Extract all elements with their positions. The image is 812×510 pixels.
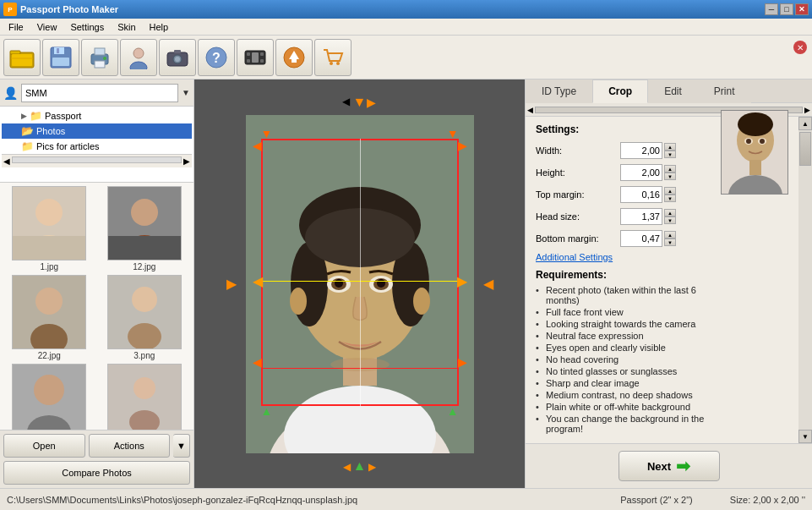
req-item: Eyes open and clearly visible bbox=[536, 342, 706, 354]
folder-articles-icon: 📁 bbox=[21, 140, 34, 152]
svg-point-32 bbox=[35, 199, 63, 226]
handle-bot-left-h-icon[interactable]: ▲ bbox=[261, 404, 273, 418]
person-btn[interactable] bbox=[120, 39, 157, 76]
arrow-right-icon: ◀ bbox=[483, 277, 493, 291]
list-item[interactable]: 54.jpg bbox=[99, 364, 191, 430]
camera-icon bbox=[166, 46, 189, 69]
camera-btn[interactable] bbox=[159, 39, 196, 76]
requirements-title: Requirements: bbox=[536, 269, 706, 281]
head-size-input[interactable] bbox=[620, 208, 662, 225]
dropdown-arrow-icon[interactable]: ▼ bbox=[182, 88, 190, 97]
save-btn[interactable] bbox=[42, 39, 79, 76]
compare-photos-button[interactable]: Compare Photos bbox=[3, 461, 190, 485]
scroll-down-btn[interactable]: ▼ bbox=[798, 430, 812, 443]
width-input[interactable] bbox=[620, 142, 662, 159]
svg-rect-22 bbox=[247, 59, 250, 63]
handle-mid-left-icon[interactable]: ◀ bbox=[253, 272, 263, 288]
list-item[interactable]: 12.jpg bbox=[99, 186, 191, 271]
height-input[interactable] bbox=[620, 164, 662, 181]
bottom-margin-up-btn[interactable]: ▲ bbox=[664, 231, 676, 239]
handle-bot-right-icon[interactable]: ▶ bbox=[458, 355, 467, 369]
close-button[interactable]: ✕ bbox=[795, 3, 809, 15]
svg-point-13 bbox=[130, 62, 147, 69]
next-button[interactable]: Next ➡ bbox=[619, 451, 720, 481]
svg-text:?: ? bbox=[212, 51, 221, 65]
status-path: C:\Users\SMM\Documents\Links\Photos\jose… bbox=[7, 495, 592, 505]
film-btn[interactable] bbox=[237, 39, 274, 76]
upload-btn[interactable] bbox=[275, 39, 313, 76]
handle-mid-right-icon[interactable]: ▶ bbox=[457, 272, 467, 288]
svg-point-36 bbox=[131, 199, 158, 226]
scroll-right-icon[interactable]: ▶ bbox=[804, 106, 810, 114]
actions-button[interactable]: Actions bbox=[89, 434, 171, 458]
head-size-up-btn[interactable]: ▲ bbox=[664, 209, 676, 217]
top-margin-down-btn[interactable]: ▼ bbox=[664, 195, 676, 202]
list-item[interactable]: 4.jpg bbox=[3, 364, 95, 430]
handle-top-left-h-icon[interactable]: ▼ bbox=[261, 127, 273, 140]
folder-dropdown[interactable]: SMM bbox=[21, 84, 178, 102]
thumbnail-grid: 1.jpg 12.jpg bbox=[0, 183, 193, 430]
list-item[interactable]: 3.png bbox=[99, 275, 191, 360]
tab-crop[interactable]: Crop bbox=[592, 80, 648, 103]
menu-file[interactable]: File bbox=[2, 20, 30, 34]
svg-rect-73 bbox=[749, 160, 761, 175]
tree-scroll-right[interactable]: ▶ bbox=[183, 156, 190, 166]
bottom-margin-down-btn[interactable]: ▼ bbox=[664, 239, 676, 246]
scroll-left-icon[interactable]: ◀ bbox=[527, 106, 533, 114]
req-item: No head covering bbox=[536, 354, 706, 365]
list-item[interactable]: 1.jpg bbox=[3, 186, 95, 271]
bottom-margin-input[interactable] bbox=[620, 230, 662, 247]
handle-bot-right-h-icon[interactable]: ▲ bbox=[447, 404, 459, 418]
thumbnail-image bbox=[12, 364, 86, 430]
head-size-label: Head size: bbox=[536, 211, 620, 222]
additional-settings-link[interactable]: Additional Settings bbox=[536, 252, 706, 262]
minimize-button[interactable]: ─ bbox=[765, 3, 778, 15]
tree-item-photos[interactable]: 📂 Photos bbox=[2, 123, 192, 139]
cart-btn[interactable] bbox=[314, 39, 352, 76]
tab-edit[interactable]: Edit bbox=[648, 80, 698, 103]
svg-point-43 bbox=[132, 287, 157, 312]
help-btn[interactable]: ? bbox=[198, 39, 235, 76]
title-bar: P Passport Photo Maker ─ □ ✕ bbox=[0, 0, 812, 19]
scroll-thumb[interactable] bbox=[799, 132, 811, 166]
tab-print[interactable]: Print bbox=[698, 80, 751, 103]
width-down-btn[interactable]: ▼ bbox=[664, 151, 676, 158]
height-spinner: ▲ ▼ bbox=[664, 165, 676, 180]
tree-item-passport[interactable]: ▶ 📁 Passport bbox=[2, 108, 192, 123]
top-margin-row: Top margin: ▲ ▼ bbox=[536, 186, 706, 203]
width-up-btn[interactable]: ▲ bbox=[664, 143, 676, 151]
menu-help[interactable]: Help bbox=[143, 20, 176, 34]
handle-top-left-icon[interactable]: ◀ bbox=[253, 139, 262, 152]
right-scrollbar: ▲ ▼ bbox=[798, 117, 812, 443]
svg-point-46 bbox=[34, 375, 64, 405]
folder-bar: 👤 SMM ▼ bbox=[0, 80, 193, 107]
menu-settings[interactable]: Settings bbox=[63, 20, 111, 34]
next-arrow-icon: ➡ bbox=[676, 456, 690, 476]
print-btn[interactable] bbox=[81, 39, 118, 76]
tree-scroll-left[interactable]: ◀ bbox=[3, 156, 10, 166]
top-margin-up-btn[interactable]: ▲ bbox=[664, 187, 676, 195]
arrow-top-icon: ▼ bbox=[353, 96, 367, 109]
handle-bot-left-icon[interactable]: ◀ bbox=[253, 355, 262, 369]
left-panel: 👤 SMM ▼ ▶ 📁 Passport 📂 Photos 📁 Pi bbox=[0, 80, 194, 488]
maximize-button[interactable]: □ bbox=[780, 3, 793, 15]
open-file-btn[interactable] bbox=[3, 39, 41, 76]
tab-id-type[interactable]: ID Type bbox=[526, 80, 592, 103]
top-margin-input[interactable] bbox=[620, 186, 662, 203]
menu-skin[interactable]: Skin bbox=[111, 20, 142, 34]
open-button[interactable]: Open bbox=[3, 434, 85, 458]
photo-canvas[interactable]: ◀ ◀ ◀ ▶ ▶ ▶ ▼ ▼ ▲ ▲ bbox=[246, 115, 474, 453]
actions-dropdown-button[interactable]: ▼ bbox=[173, 434, 190, 458]
height-down-btn[interactable]: ▼ bbox=[664, 173, 676, 180]
preview-image bbox=[721, 117, 788, 195]
height-up-btn[interactable]: ▲ bbox=[664, 165, 676, 173]
menu-view[interactable]: View bbox=[30, 20, 64, 34]
handle-top-right-icon[interactable]: ▶ bbox=[458, 139, 467, 152]
head-size-down-btn[interactable]: ▼ bbox=[664, 217, 676, 224]
close-panel-btn[interactable]: ✕ bbox=[793, 41, 807, 54]
tree-item-articles[interactable]: 📁 Pics for articles bbox=[2, 139, 192, 154]
open-actions-row: Open Actions ▼ bbox=[3, 434, 190, 458]
scroll-up-btn[interactable]: ▲ bbox=[798, 117, 812, 130]
handle-top-right-h-icon[interactable]: ▼ bbox=[447, 127, 459, 140]
list-item[interactable]: 22.jpg bbox=[3, 275, 95, 360]
